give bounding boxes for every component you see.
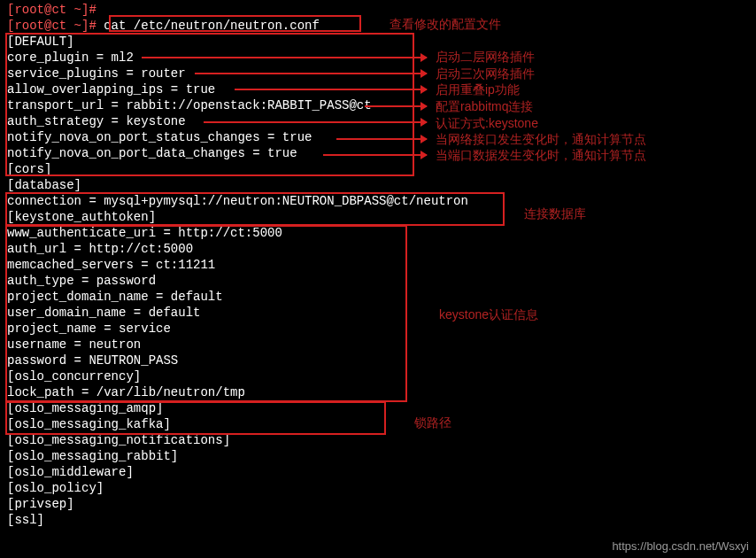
arrow bbox=[204, 121, 427, 123]
arrow bbox=[323, 154, 427, 156]
section-privsep: [privsep] bbox=[7, 496, 749, 512]
cfg-password: password = NEUTRON_PASS bbox=[7, 353, 749, 368]
ann-rabbit: 配置rabbitmq连接 bbox=[436, 98, 533, 114]
section-default: [DEFAULT] bbox=[7, 34, 749, 50]
section-database: [database] bbox=[7, 177, 749, 193]
arrow bbox=[142, 57, 427, 58]
terminal: [root@ct ~]# [root@ct ~]# cat /etc/neutr… bbox=[0, 0, 756, 530]
cfg-db-conn: connection = mysql+pymysql://neutron:NEU… bbox=[7, 193, 749, 209]
cfg-auth-url: auth_url = http://ct:5000 bbox=[7, 241, 749, 257]
ann-db: 连接数据库 bbox=[524, 205, 586, 221]
section-kafka: [oslo_messaging_kafka] bbox=[7, 416, 749, 432]
arrow bbox=[365, 105, 427, 107]
cfg-user-domain: user_domain_name = default bbox=[7, 305, 749, 321]
ann-ks-info: keystone认证信息 bbox=[439, 306, 538, 322]
ann-view-conf: 查看修改的配置文件 bbox=[390, 16, 501, 32]
arrow bbox=[195, 73, 427, 74]
section-amqp: [oslo_messaging_amqp] bbox=[7, 400, 749, 416]
section-policy: [oslo_policy] bbox=[7, 480, 749, 496]
prompt: [root@ct ~]# bbox=[7, 3, 96, 17]
arrow bbox=[336, 138, 427, 140]
cfg-proj-domain: project_domain_name = default bbox=[7, 289, 749, 305]
ann-lock: 锁路径 bbox=[414, 415, 451, 430]
section-keystone: [keystone_authtoken] bbox=[7, 209, 749, 225]
prompt: [root@ct ~]# bbox=[7, 19, 104, 33]
watermark: https://blog.csdn.net/Wsxyi bbox=[612, 539, 749, 554]
section-ssl: [ssl] bbox=[7, 512, 749, 528]
section-oslo-conc: [oslo_concurrency] bbox=[7, 368, 749, 384]
cfg-proj-name: project_name = service bbox=[7, 321, 749, 337]
cfg-username: username = neutron bbox=[7, 337, 749, 353]
cfg-auth-type: auth_type = password bbox=[7, 273, 749, 289]
ann-l3: 启动三次网络插件 bbox=[436, 66, 535, 81]
command: cat /etc/neutron/neutron.conf bbox=[104, 19, 320, 33]
section-cors: [cors] bbox=[7, 161, 749, 177]
cfg-memcached: memcached_servers = ct:11211 bbox=[7, 257, 749, 273]
ann-overlap: 启用重叠ip功能 bbox=[436, 81, 520, 97]
section-rabbit: [oslo_messaging_rabbit] bbox=[7, 448, 749, 464]
ann-keystone: 认证方式:keystone bbox=[436, 115, 538, 131]
section-middleware: [oslo_middleware] bbox=[7, 464, 749, 480]
cfg-lock-path: lock_path = /var/lib/neutron/tmp bbox=[7, 384, 749, 400]
ann-port-data: 当端口数据发生变化时，通知计算节点 bbox=[436, 147, 646, 163]
ann-port-status: 当网络接口发生变化时，通知计算节点 bbox=[436, 131, 646, 147]
ann-l2: 启动二层网络插件 bbox=[436, 49, 535, 65]
cfg-www-auth: www_authenticate_uri = http://ct:5000 bbox=[7, 225, 749, 241]
section-notif: [oslo_messaging_notifications] bbox=[7, 432, 749, 448]
arrow bbox=[235, 89, 427, 90]
